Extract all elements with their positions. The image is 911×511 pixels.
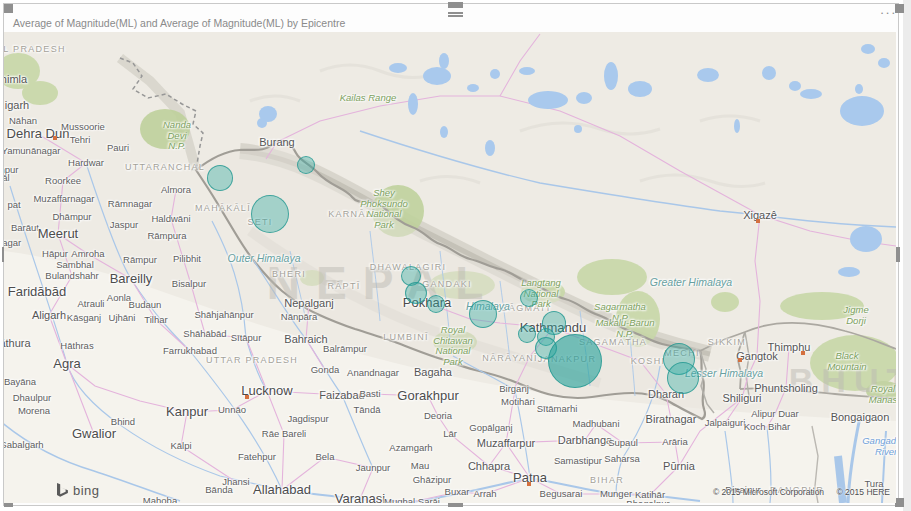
copyright-here: © 2015 HERE bbox=[836, 487, 890, 497]
page-scrollbar-track[interactable] bbox=[903, 0, 911, 511]
visual-options-ellipsis[interactable]: ... bbox=[873, 3, 897, 17]
epicentre-bubble[interactable] bbox=[667, 362, 699, 394]
bing-attribution: bing bbox=[56, 483, 100, 498]
epicentre-bubble[interactable] bbox=[297, 156, 315, 174]
epicentre-bubble[interactable] bbox=[207, 165, 233, 191]
bing-wordmark: bing bbox=[73, 483, 100, 498]
epicentre-bubble[interactable] bbox=[548, 334, 602, 388]
resize-handle-top-left[interactable] bbox=[4, 4, 13, 13]
visual-title: Average of Magnitude(ML) and Average of … bbox=[13, 17, 345, 29]
epicentre-bubble[interactable] bbox=[427, 295, 445, 313]
report-canvas: ... Average of Magnitude(ML) and Average… bbox=[0, 0, 911, 511]
epicentre-bubble[interactable] bbox=[251, 195, 289, 233]
map-visual-tile[interactable]: ... Average of Magnitude(ML) and Average… bbox=[3, 3, 899, 506]
copyright-microsoft: © 2015 Microsoft Corporation bbox=[713, 487, 824, 497]
epicentre-bubble[interactable] bbox=[469, 300, 497, 328]
resize-handle-top[interactable] bbox=[448, 2, 463, 8]
bubble-layer bbox=[4, 32, 896, 503]
visual-drag-handle-icon[interactable] bbox=[448, 10, 463, 18]
resize-handle-bottom-right[interactable] bbox=[895, 498, 904, 507]
epicentre-bubble[interactable] bbox=[520, 289, 538, 307]
bing-map[interactable]: NEPALBHUT HAL PRADESHhimlaigarhNāhanDehr… bbox=[4, 32, 896, 503]
map-copyright: © 2015 Microsoft Corporation © 2015 HERE bbox=[703, 487, 890, 497]
bing-logo-icon bbox=[56, 483, 69, 498]
epicentre-bubble[interactable] bbox=[518, 325, 536, 343]
epicentre-bubble[interactable] bbox=[405, 282, 427, 304]
